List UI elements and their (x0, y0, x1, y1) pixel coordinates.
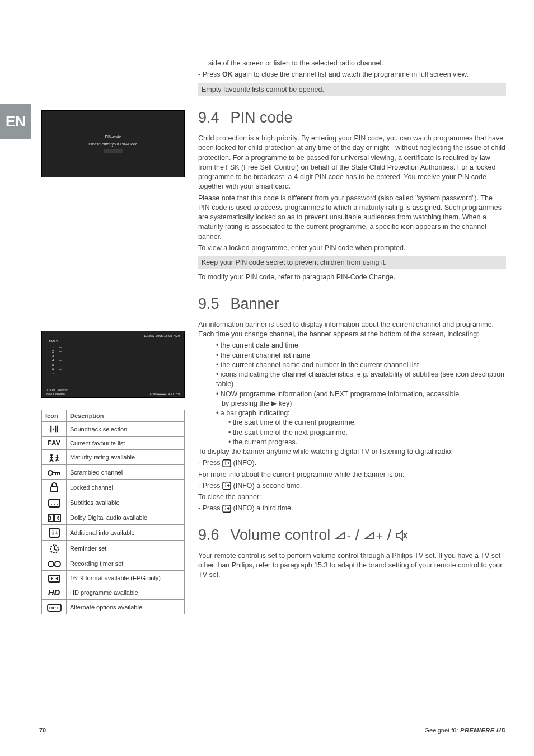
heading-title: Banner (231, 295, 279, 312)
heading-volume: 9.6Volume control - / + / (198, 525, 506, 546)
page-footer: 70 Geeignet für PREMIERE HD (39, 727, 506, 734)
cell-desc: Scrambled channel (67, 465, 185, 480)
body-text: To modify your PIN code, refer to paragr… (198, 273, 506, 282)
hd-icon: HD (42, 585, 67, 600)
table-row: HDHD programme available (42, 585, 185, 600)
cell-desc: HD programme available (67, 585, 185, 600)
heading-num: 9.5 (198, 295, 219, 312)
svg-line-27 (54, 549, 57, 550)
svg-point-28 (48, 561, 54, 567)
banner-img-bot1: 118 P1 Television (46, 388, 180, 392)
body-text: Child protection is a high priority. By … (198, 134, 506, 192)
recording-icon (42, 556, 67, 571)
text: - Press (198, 459, 222, 467)
main-content: side of the screen or listen to the sele… (198, 59, 506, 580)
body-text: - Press i+ (INFO) a second time. (198, 481, 506, 491)
table-row: 16: 9 format available (EPG only) (42, 571, 185, 585)
svg-text:i: i (225, 506, 226, 511)
pin-img-title: PIN-code (105, 135, 121, 139)
svg-marker-45 (336, 532, 345, 539)
bullet: the current date and time (216, 341, 506, 350)
soundtrack-icon: Ⅰ·Ⅱ (42, 422, 67, 437)
sub-bullet: the start time of the next programme, (228, 428, 506, 438)
opt-icon: OPT (42, 600, 67, 614)
bullet: the current channel name and number in t… (216, 360, 506, 370)
banner-img-list: 1— 2— 3— 4— 5— 6— 7— (52, 345, 174, 376)
cell-desc: Current favourite list (67, 437, 185, 450)
svg-point-0 (50, 454, 53, 456)
table-row: Locked channel (42, 480, 185, 495)
cell-desc: Maturity rating available (67, 450, 185, 465)
text: key) (277, 400, 292, 407)
svg-rect-16 (49, 499, 60, 507)
svg-rect-15 (51, 487, 58, 492)
volume-minus-icon (335, 530, 347, 541)
text: (INFO). (233, 459, 257, 467)
table-row: OPT Alternate options available (42, 600, 185, 614)
svg-point-18 (54, 504, 55, 505)
table-row: FAVCurrent favourite list (42, 437, 185, 450)
body-text: For more info about the current programm… (198, 470, 506, 480)
info-icon: i+ (42, 525, 67, 541)
scrambled-icon (42, 465, 67, 480)
text: - Press (198, 71, 222, 78)
svg-rect-31 (49, 575, 60, 582)
cell-desc: Recording timer set (67, 556, 185, 571)
svg-text:OPT: OPT (49, 605, 59, 611)
body-text: To close the banner: (198, 492, 506, 502)
heading-title: PIN code (231, 109, 293, 126)
page-number: 70 (39, 727, 46, 734)
format-icon (42, 571, 67, 585)
pin-code-screenshot: PIN-code Please enter your PIN-Code (41, 110, 185, 177)
bullet-list: the current date and time the current ch… (216, 341, 506, 399)
ok-bold: OK (222, 71, 233, 78)
sub-bullet-list: the start time of the current programme,… (228, 418, 506, 447)
info-button-icon: i+ (222, 505, 231, 513)
svg-line-4 (51, 459, 53, 462)
text: - Press (198, 504, 222, 512)
bullet: the current channel list name (216, 351, 506, 360)
svg-point-19 (57, 504, 58, 505)
heading-banner: 9.5Banner (198, 294, 506, 314)
body-text: An information banner is used to display… (198, 320, 506, 340)
body-text: - Press i+ (INFO). (198, 458, 506, 468)
intro-line2: - Press OK again to close the channel li… (198, 70, 506, 79)
volume-plus-icon (364, 530, 376, 541)
svg-marker-46 (365, 532, 374, 539)
svg-text:+: + (227, 506, 230, 511)
text: by pressing the (222, 400, 271, 407)
heading-pin-code: 9.4PIN code (198, 107, 506, 128)
table-row: Maturity rating available (42, 450, 185, 465)
bullet: a bar graph indicating: (216, 408, 506, 418)
text: - Press (198, 482, 222, 490)
svg-marker-47 (397, 531, 402, 540)
cell-desc: Locked channel (67, 480, 185, 495)
info-button-icon: i+ (222, 459, 231, 467)
svg-line-9 (57, 459, 59, 461)
text: again to close the channel list and watc… (233, 71, 469, 78)
body-text: Your remote control is set to perform vo… (198, 551, 506, 580)
table-row: i+ Additional info available (42, 525, 185, 541)
table-row: Scrambled channel (42, 465, 185, 480)
note-box: Empty favourite lists cannot be opened. (198, 83, 506, 96)
bullet: icons indicating the channel characteris… (216, 370, 506, 389)
svg-text:i: i (52, 529, 54, 536)
cell-desc: Subtitles available (67, 495, 185, 510)
cell-desc: Dolby Digital audio available (67, 510, 185, 525)
svg-text:+: + (227, 483, 230, 489)
svg-point-10 (48, 471, 53, 475)
info-button-icon: i+ (222, 482, 231, 490)
table-header-icon: Icon (42, 410, 67, 422)
reminder-icon (42, 541, 67, 556)
svg-text:+: + (55, 529, 58, 536)
intro-line1: side of the screen or listen to the sele… (208, 59, 506, 68)
svg-marker-32 (51, 577, 53, 580)
banner-img-tab: TAB 2 (46, 339, 60, 344)
sub-bullet: the start time of the current programme, (228, 418, 506, 428)
text: (INFO) a third time. (233, 504, 293, 512)
heading-title: Volume control (231, 527, 335, 543)
svg-text:i: i (225, 483, 226, 489)
bullet-list: a bar graph indicating: (216, 408, 506, 418)
mute-icon (396, 530, 408, 541)
pin-img-field (104, 149, 123, 153)
